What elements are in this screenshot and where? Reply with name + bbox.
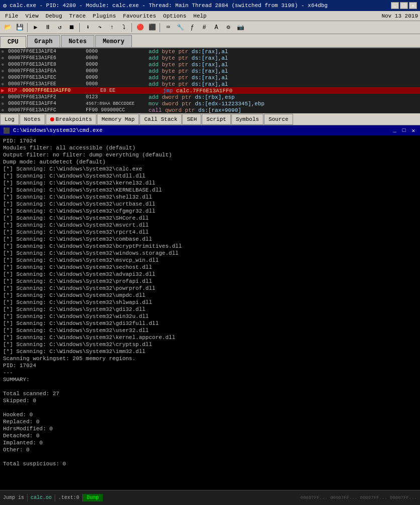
bytes-4: 0000	[86, 75, 149, 80]
step-into-button[interactable]: ⬇	[82, 22, 93, 33]
asm-row-7[interactable]: ● 00007FF6E13A1FF2 0123 add dword ptr ds…	[0, 94, 420, 100]
step-out-button[interactable]: ↑	[106, 22, 117, 33]
instr-8: mov dword ptr ds:[edx-11223345],ebp	[149, 101, 264, 107]
breakpoint-button[interactable]: 🔴	[134, 22, 146, 33]
tab-cpu[interactable]: CPU	[0, 36, 26, 48]
tab-graph[interactable]: Graph	[27, 35, 60, 47]
menu-view[interactable]: View	[22, 13, 41, 20]
seh-button[interactable]: SEH	[182, 114, 201, 125]
title-text: calc.exe - PID: 4280 - Module: calc.exe …	[10, 3, 388, 9]
addr-5: 00007FF6E13A1FEE	[8, 81, 86, 87]
settings-button[interactable]: ⚙	[223, 22, 234, 33]
log-button[interactable]: Log	[0, 114, 19, 125]
cmd-close[interactable]: ✕	[409, 127, 417, 134]
asm-row-9[interactable]: ● 00007FF6E13A1FFC FF90 909000CC call qw…	[0, 107, 420, 113]
bytes-1: 0000	[86, 55, 149, 61]
cmd-line-7: [*] Scanning: C:\Windows\System32\KERNEL…	[3, 187, 417, 194]
bp-dot-3: ●	[1, 68, 8, 74]
minimize-button[interactable]: _	[391, 2, 399, 9]
title-bar: ⚙ calc.exe - PID: 4280 - Module: calc.ex…	[0, 0, 420, 11]
addr-list-display: 00007FF... 00007FF... 00007FF... 00007FF…	[301, 495, 417, 500]
asm-row-1[interactable]: ● 00007FF6E13A1FE6 0000 add byte ptr ds:…	[0, 55, 420, 61]
notes-button[interactable]: Notes	[20, 114, 45, 125]
bp-dot-indicator	[50, 117, 54, 121]
restart-button[interactable]: ↺	[54, 22, 65, 33]
content-area: ● 00007FF6E13A1FE4 0000 add byte ptr ds:…	[0, 48, 420, 505]
asm-row-5[interactable]: ● 00007FF6E13A1FEE 0000 add byte ptr ds:…	[0, 81, 420, 87]
hash-button[interactable]: #	[199, 22, 210, 33]
patch-button[interactable]: 🔧	[175, 22, 186, 33]
cmd-line-29: [*] Scanning: C:\Windows\System32\crypts…	[3, 341, 417, 348]
cmd-minimize[interactable]: _	[391, 127, 398, 134]
asm-button[interactable]: ⌨	[163, 22, 174, 33]
rip-indicator: RIP	[8, 88, 17, 93]
script-button[interactable]: Script	[202, 114, 231, 125]
menu-help[interactable]: Help	[190, 13, 209, 20]
asm-row-4[interactable]: ● 00007FF6E13A1FEC 0000 add byte ptr ds:…	[0, 74, 420, 81]
instr-rip: jmp calc.7FF6E13A1FF0	[163, 88, 233, 94]
tab-memory[interactable]: Memory	[95, 35, 132, 47]
pause-button[interactable]: ⏸	[42, 22, 53, 33]
run-button[interactable]: ▶	[30, 22, 41, 33]
cmd-line-38	[3, 404, 417, 411]
bp-dot-9: ●	[1, 107, 8, 113]
formula-button[interactable]: ƒ	[187, 22, 198, 33]
asm-row-8[interactable]: ● 00007FF6E13A1FF4 4567:89AA BBCCDDEE mo…	[0, 100, 420, 107]
cmd-line-17: [*] Scanning: C:\Windows\System32\msvcp_…	[3, 257, 417, 264]
tab-notes[interactable]: Notes	[61, 35, 94, 47]
dump-button[interactable]: Dump	[83, 494, 103, 501]
menu-trace[interactable]: Trace	[66, 13, 89, 20]
cmd-area: ⬛ C:\Windows\system32\cmd.exe _ □ ✕ PID:…	[0, 125, 420, 490]
bytes-9: FF90 909000CC	[86, 107, 149, 113]
cmd-line-31: Scanning workingset: 205 memory regions.	[3, 355, 417, 362]
addr-display: 00007FF... 00007FF... 00007FF... 00007FF…	[103, 495, 420, 500]
menu-file[interactable]: File	[2, 13, 21, 20]
instr-2: add byte ptr ds:[rax],al	[149, 62, 228, 68]
toolbar-sep-4	[160, 23, 161, 32]
asm-row-current[interactable]: ► RIP → 00007FF6E13A1FF0 E8 EE jmp calc.…	[0, 87, 420, 94]
cmd-title-bar: ⬛ C:\Windows\system32\cmd.exe _ □ ✕	[0, 125, 420, 135]
cmd-line-46: Total suspicious: 0	[3, 460, 417, 467]
addr-3: 00007FF6E13A1FEA	[8, 68, 86, 74]
screenshot-button[interactable]: 📷	[235, 22, 246, 33]
cmd-maximize[interactable]: □	[400, 127, 408, 134]
cmd-line-26: [*] Scanning: C:\Windows\System32\gdi32f…	[3, 320, 417, 327]
addr-7: 00007FF6E13A1FF2	[8, 94, 86, 100]
source-button[interactable]: Source	[264, 114, 293, 125]
cmd-line-42: Detached: 0	[3, 432, 417, 439]
call-stack-button[interactable]: Call Stack	[139, 114, 182, 125]
cmd-line-40: Replaced: 0	[3, 418, 417, 425]
asm-row-0[interactable]: ● 00007FF6E13A1FE4 0000 add byte ptr ds:…	[0, 48, 420, 55]
cmd-line-33: ---	[3, 369, 417, 376]
asm-row-2[interactable]: ● 00007FF6E13A1FE8 0000 add byte ptr ds:…	[0, 61, 420, 68]
cmd-line-25: [*] Scanning: C:\Windows\System32\win32u…	[3, 313, 417, 320]
menu-favourites[interactable]: Favourites	[120, 13, 159, 20]
cmd-line-37: Skipped: 0	[3, 397, 417, 404]
open-button[interactable]: 📂	[2, 22, 13, 33]
breakpoints-button[interactable]: Breakpoints	[46, 114, 97, 125]
maximize-button[interactable]: □	[400, 2, 408, 9]
asm-row-3[interactable]: ● 00007FF6E13A1FEA 0000 add byte ptr ds:…	[0, 68, 420, 74]
font-button[interactable]: A	[211, 22, 222, 33]
hardware-bp-button[interactable]: ⬛	[147, 22, 158, 33]
run-to-cursor-button[interactable]: ⤵	[118, 22, 129, 33]
step-over-button[interactable]: ↷	[94, 22, 105, 33]
cmd-line-10: [*] Scanning: C:\Windows\System32\cfgmgr…	[3, 208, 417, 215]
cmd-line-39: Hooked: 0	[3, 411, 417, 418]
close-button[interactable]: ✕	[409, 2, 417, 9]
menu-options[interactable]: Options	[160, 13, 189, 20]
save-button[interactable]: 💾	[14, 22, 25, 33]
bytes-5: 0000	[86, 81, 149, 87]
addr-1: 00007FF6E13A1FE6	[8, 55, 86, 61]
memory-map-button[interactable]: Memory Map	[97, 114, 139, 125]
stop-button[interactable]: ⏹	[66, 22, 77, 33]
symbols-button[interactable]: Symbols	[231, 114, 263, 125]
disassembly-area: ● 00007FF6E13A1FE4 0000 add byte ptr ds:…	[0, 48, 420, 113]
cmd-line-22: [*] Scanning: C:\Windows\System32\umpdc.…	[3, 292, 417, 299]
cmd-line-36: Total scanned: 27	[3, 390, 417, 397]
cmd-line-12: [*] Scanning: C:\Windows\System32\msvcrt…	[3, 222, 417, 229]
menu-debug[interactable]: Debug	[43, 13, 65, 20]
menu-plugins[interactable]: Plugins	[90, 13, 119, 20]
addr-9: 00007FF6E13A1FFC	[8, 107, 86, 113]
cmd-line-4: [*] Scanning: C:\Windows\System32\calc.e…	[3, 165, 417, 173]
